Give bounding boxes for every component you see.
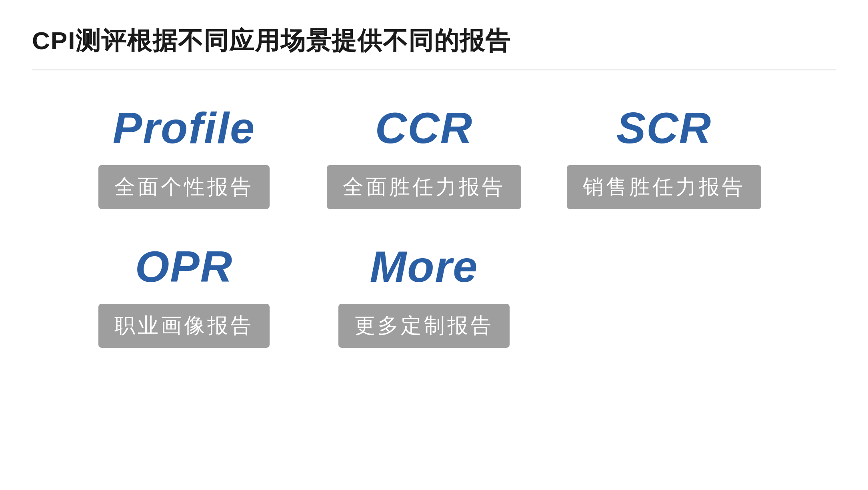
- report-title-opr: OPR: [135, 241, 233, 292]
- report-badge-profile: 全面个性报告: [98, 165, 270, 209]
- divider: [32, 70, 836, 70]
- report-badge-more: 更多定制报告: [338, 304, 510, 348]
- report-item-profile: Profile全面个性报告: [64, 102, 304, 209]
- report-title-profile: Profile: [113, 102, 255, 153]
- report-row-1: OPR职业画像报告More更多定制报告: [64, 241, 804, 348]
- report-item-scr: SCR销售胜任力报告: [544, 102, 784, 209]
- report-badge-ccr: 全面胜任力报告: [327, 165, 521, 209]
- page-title: CPI测评根据不同应用场景提供不同的报告: [32, 24, 836, 58]
- report-badge-opr: 职业画像报告: [98, 304, 270, 348]
- report-badge-scr: 销售胜任力报告: [567, 165, 761, 209]
- report-title-ccr: CCR: [375, 102, 473, 153]
- report-item-ccr: CCR全面胜任力报告: [304, 102, 544, 209]
- report-title-scr: SCR: [616, 102, 712, 153]
- report-row-0: Profile全面个性报告CCR全面胜任力报告SCR销售胜任力报告: [64, 102, 804, 209]
- report-title-more: More: [370, 241, 478, 292]
- report-grid: Profile全面个性报告CCR全面胜任力报告SCR销售胜任力报告OPR职业画像…: [32, 102, 836, 348]
- report-item-opr: OPR职业画像报告: [64, 241, 304, 348]
- report-item-more: More更多定制报告: [304, 241, 544, 348]
